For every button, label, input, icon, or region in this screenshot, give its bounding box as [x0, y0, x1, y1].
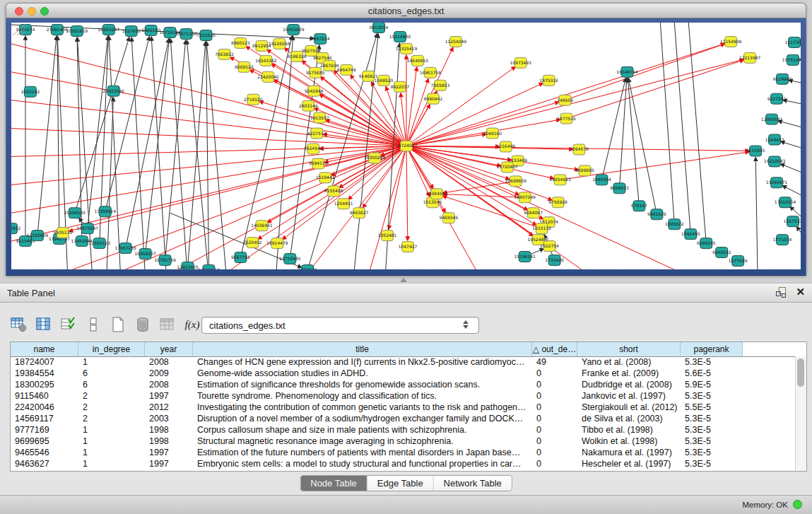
network-node[interactable]: 9245022 [712, 247, 731, 258]
import-table-button[interactable] [158, 315, 177, 334]
network-node[interactable]: 679197 [631, 201, 647, 211]
column-header-year[interactable]: year [145, 342, 193, 356]
network-node[interactable]: 18226058 [269, 38, 290, 49]
table-row[interactable]: 977716911998Corpus callosum shape and si… [11, 424, 796, 436]
network-node[interactable]: 8860123 [231, 37, 250, 48]
network-node[interactable]: 1095022 [665, 219, 684, 230]
network-node[interactable]: 19654923 [549, 175, 571, 185]
table-row[interactable]: 946554611997Estimation of the future num… [11, 447, 796, 458]
network-node[interactable]: 8669123 [235, 62, 254, 72]
float-panel-icon[interactable] [776, 287, 786, 297]
network-node[interactable]: 1092450 [681, 229, 700, 240]
network-node[interactable]: 1594578 [570, 144, 589, 155]
column-header-title[interactable]: title [193, 342, 532, 356]
column-header-in_degree[interactable]: in_degree [78, 342, 145, 356]
network-node[interactable]: 7515526 [196, 30, 216, 40]
network-node[interactable]: 17359924 [95, 206, 117, 217]
network-node[interactable]: 15716485 [279, 254, 301, 264]
window-titlebar[interactable]: citations_edges.txt [6, 3, 806, 18]
network-node[interactable]: 12213987 [739, 52, 761, 63]
table-row[interactable]: 2242004622012Investigating the contribut… [11, 402, 796, 413]
table-row[interactable]: 911546021997Tourette syndrome. Phenomeno… [11, 390, 796, 402]
new-column-button[interactable] [109, 315, 127, 334]
network-node[interactable]: 1527602 [122, 25, 141, 36]
network-node[interactable]: 1771034 [773, 235, 792, 245]
network-node[interactable]: 14039461 [251, 221, 273, 231]
network-node[interactable]: 8813054 [370, 23, 389, 33]
network-node[interactable]: 10653287 [98, 24, 120, 35]
select-columns-button[interactable] [59, 315, 78, 334]
network-node[interactable]: 8454749 [337, 64, 356, 75]
network-node[interactable]: 1167533 [784, 216, 801, 227]
function-builder-button[interactable]: f(x) [183, 315, 201, 334]
network-node[interactable]: 16210643 [764, 156, 786, 167]
network-node[interactable]: 9175685 [306, 67, 325, 78]
network-node[interactable]: 16961758 [420, 67, 442, 78]
row-height-button[interactable] [84, 315, 102, 334]
network-node[interactable]: 18807249 [514, 192, 536, 203]
network-node[interactable]: 1254451 [334, 199, 353, 209]
network-node[interactable]: 9777169 [298, 265, 317, 269]
network-node[interactable]: 16782759 [154, 255, 176, 266]
canvas-resize-grip[interactable] [11, 23, 25, 35]
network-node[interactable]: 12923465 [177, 262, 199, 269]
network-node[interactable]: 4227513 [307, 128, 326, 139]
table-source-dropdown[interactable]: citations_edges.txt [201, 317, 479, 334]
network-node[interactable]: 7625402 [243, 238, 262, 248]
network-node[interactable]: 9861029 [647, 209, 666, 220]
network-node[interactable]: 2803144 [299, 100, 318, 111]
network-node[interactable]: 16914479 [266, 238, 288, 249]
network-canvas[interactable]: 9405574276914062055181910653287152760264… [11, 23, 801, 269]
network-node[interactable]: 10688609 [505, 176, 527, 187]
table-row[interactable]: 946362711997Embryonic stem cells: a mode… [11, 458, 796, 469]
network-node[interactable]: 8215955 [746, 146, 765, 156]
network-node[interactable]: 748503 [557, 95, 573, 105]
table-row[interactable]: 1456911722003Disruption of a novel membe… [11, 413, 796, 424]
network-node[interactable]: 1117304 [785, 37, 801, 47]
network-node[interactable]: 27691406 [47, 24, 69, 35]
network-node[interactable]: 16543382 [255, 55, 277, 66]
network-node[interactable]: 1677009 [729, 256, 748, 267]
network-node[interactable]: 9756928 [548, 197, 567, 208]
network-node[interactable]: 9465546 [440, 213, 459, 223]
column-header-name[interactable]: name [11, 342, 78, 356]
table-row[interactable]: 969969511998Structural magnetic resonanc… [11, 436, 796, 447]
column-header-out_degree[interactable]: △ out_de… [532, 342, 577, 356]
split-pane-handle[interactable] [400, 278, 407, 282]
network-node[interactable]: 1216499 [496, 141, 515, 152]
network-node[interactable]: 14569117 [198, 265, 220, 269]
network-node[interactable]: 19218986 [389, 31, 411, 42]
network-node[interactable]: 1840954 [592, 175, 611, 185]
table-body[interactable]: 1872400712008Changes of HCN gene express… [11, 356, 796, 471]
network-node[interactable]: 1049160 [483, 128, 502, 139]
network-node[interactable]: 8958923 [610, 183, 629, 194]
network-node[interactable]: 10973493 [510, 57, 532, 68]
tab-node-table[interactable]: Node Table [300, 476, 367, 491]
column-header-pagerank[interactable]: pagerank [681, 342, 743, 356]
network-node[interactable]: 7524542 [304, 144, 323, 154]
network-node[interactable]: 1733426 [545, 255, 564, 266]
network-node[interactable]: 11254049 [445, 36, 467, 47]
network-node[interactable]: 17957255 [115, 243, 137, 254]
column-header-short[interactable]: short [577, 342, 681, 356]
network-node[interactable]: 17016504 [775, 197, 796, 208]
table-row[interactable]: 1872400712008Changes of HCN gene express… [11, 356, 796, 368]
network-node[interactable]: 9699695 [575, 165, 594, 176]
table-row[interactable]: 1938455462009Genome-wide association stu… [11, 368, 796, 379]
close-panel-icon[interactable]: ✕ [796, 287, 805, 297]
network-node[interactable]: 12093582 [761, 114, 783, 124]
network-node[interactable]: 15751074 [782, 54, 801, 65]
network-node[interactable]: 2718120 [244, 94, 263, 105]
table-row[interactable]: 1830029562008Estimation of significance … [11, 379, 796, 390]
network-node[interactable]: 15196141 [514, 252, 536, 262]
network-node[interactable]: 8189245 [697, 238, 716, 249]
network-node[interactable]: 9129966 [773, 74, 792, 84]
network-node[interactable]: 8850812 [11, 223, 20, 234]
network-node[interactable]: 1047427 [399, 242, 418, 252]
tab-network-table[interactable]: Network Table [434, 476, 512, 491]
network-node[interactable]: 7857224 [311, 33, 330, 44]
network-node[interactable]: 6466160 [141, 25, 160, 35]
network-node[interactable]: 9463627 [350, 208, 369, 218]
network-node[interactable]: 9657791 [231, 252, 250, 263]
table-mode-button[interactable] [10, 315, 28, 334]
